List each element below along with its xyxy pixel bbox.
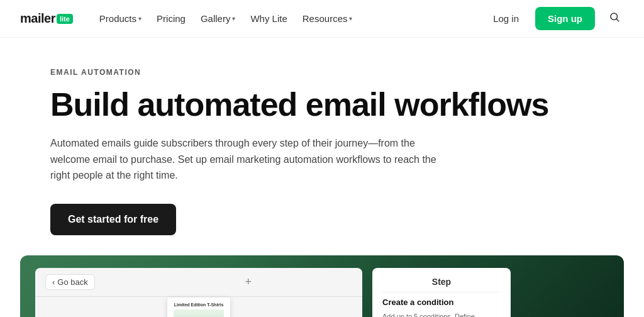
hero-subtitle: Automated emails guide subscribers throu… [50,135,440,184]
chevron-down-icon: ▾ [138,15,142,22]
logo-lite-badge: lite [57,14,73,24]
demo-email-image [174,309,224,317]
demo-content-area: Limited Edition T-Shirts [35,297,362,317]
demo-condition-title: Create a condition [382,298,501,307]
navbar-right: Log in Sign up [487,7,624,30]
navbar-left: mailer lite Products ▾ Pricing Gallery ▾… [20,9,358,28]
demo-email-preview: Limited Edition T-Shirts [167,298,230,317]
go-back-button[interactable]: ‹ Go back [45,274,95,290]
svg-line-1 [616,19,618,21]
signup-button[interactable]: Sign up [535,7,595,30]
logo[interactable]: mailer lite [20,11,73,26]
nav-item-products[interactable]: Products ▾ [93,9,148,28]
logo-mailer-text: mailer [20,11,55,26]
nav-item-why-lite[interactable]: Why Lite [244,9,293,28]
hero-title: Build automated email workflows [50,87,594,123]
demo-left-panel: ‹ Go back + Limited Edition T-Shirts [35,268,362,317]
chevron-down-icon-gallery: ▾ [232,15,235,22]
demo-email-title: Limited Edition T-Shirts [174,303,224,307]
nav-gallery-label: Gallery [201,13,231,24]
nav-links: Products ▾ Pricing Gallery ▾ Why Lite Re… [93,9,359,28]
svg-point-0 [611,13,618,20]
demo-left-header: ‹ Go back + [35,268,362,297]
demo-condition-text: Add up to 5 conditions. Define whether a… [382,312,501,317]
search-icon[interactable] [605,8,624,30]
go-back-label: Go back [57,277,87,287]
hero-section: EMAIL AUTOMATION Build automated email w… [0,38,644,255]
nav-pricing-label: Pricing [157,13,186,24]
chevron-left-icon: ‹ [52,277,55,287]
nav-resources-label: Resources [303,13,348,24]
demo-right-panel: Step Create a condition Add up to 5 cond… [372,268,511,317]
nav-item-resources[interactable]: Resources ▾ [296,9,359,28]
navbar: mailer lite Products ▾ Pricing Gallery ▾… [0,0,644,38]
nav-why-lite-label: Why Lite [250,13,287,24]
add-step-icon[interactable]: + [245,275,252,289]
nav-products-label: Products [99,13,136,24]
demo-step-header: Step [382,277,501,292]
login-button[interactable]: Log in [487,9,525,28]
cta-button[interactable]: Get started for free [50,204,176,235]
demo-section: ‹ Go back + Limited Edition T-Shirts Ste… [20,255,624,317]
hero-eyebrow: EMAIL AUTOMATION [50,68,594,77]
chevron-down-icon-resources: ▾ [349,15,352,22]
nav-item-pricing[interactable]: Pricing [150,9,192,28]
nav-item-gallery[interactable]: Gallery ▾ [194,9,242,28]
